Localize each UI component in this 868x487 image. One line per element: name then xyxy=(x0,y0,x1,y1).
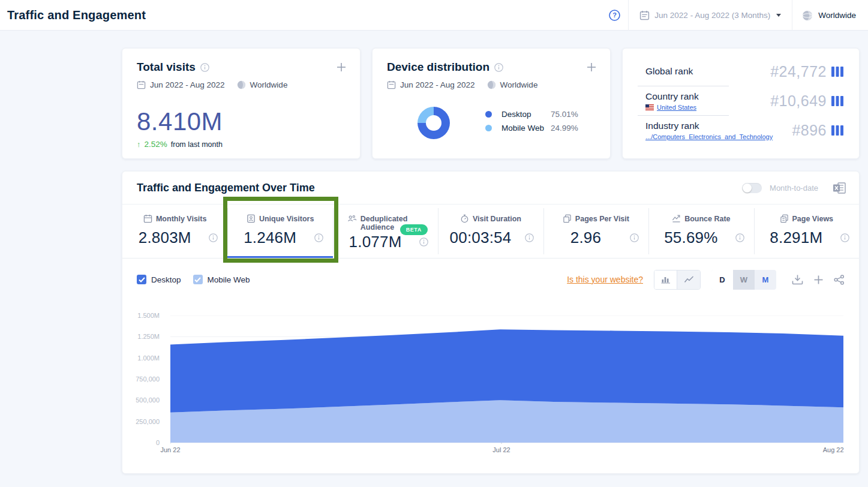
export-excel-button[interactable] xyxy=(833,182,846,194)
country-rank-row: Country rank United States #10,649 xyxy=(623,86,859,115)
country-rank-value: #10,649 xyxy=(770,92,827,110)
country-rank-label: Country rank xyxy=(645,91,699,102)
tab-label: Page Views xyxy=(792,215,834,223)
x-axis-tick-label: Jul 22 xyxy=(492,446,510,453)
bar-chart-button[interactable] xyxy=(654,270,677,289)
global-rank-value: #24,772 xyxy=(770,63,827,80)
granularity-day-button[interactable]: D xyxy=(711,270,733,290)
tab-unique-visitors[interactable]: Unique Visitors 1.246M xyxy=(227,205,332,258)
globe-icon xyxy=(487,80,496,89)
y-axis-tick-label: 750,000 xyxy=(122,375,160,383)
granularity-switcher: D W M xyxy=(711,270,776,290)
info-icon[interactable] xyxy=(494,63,503,72)
over-time-header: Traffic and Engagement Over Time Month-t… xyxy=(122,172,859,205)
plus-icon xyxy=(336,62,347,73)
line-chart-button[interactable] xyxy=(677,270,700,289)
rank-bars-icon xyxy=(831,96,843,106)
globe-icon xyxy=(237,80,246,89)
is-this-your-website-link[interactable]: Is this your website? xyxy=(567,275,643,284)
unique-visitor-icon xyxy=(247,214,256,223)
over-time-title: Traffic and Engagement Over Time xyxy=(137,182,315,194)
info-icon[interactable] xyxy=(314,233,323,242)
top-bar: Traffic and Engagement ? Jun 2022 - Aug … xyxy=(0,0,868,31)
date-range-picker[interactable]: Jun 2022 - Aug 2022 (3 Months) xyxy=(629,0,792,31)
change-percent: 2.52% xyxy=(145,140,167,149)
chart-type-switcher xyxy=(654,270,701,290)
granularity-month-button[interactable]: M xyxy=(755,270,776,290)
tab-value: 8.291M xyxy=(754,229,839,247)
industry-rank-row: Industry rank .../Computers_Electronics_… xyxy=(623,116,859,145)
us-flag-icon xyxy=(645,104,654,110)
y-axis-tick-label: 500,000 xyxy=(122,396,160,404)
tab-deduplicated-audience[interactable]: Deduplicated Audience BETA 1.077M xyxy=(333,205,438,258)
legend-item-desktop: Desktop 75.01% xyxy=(485,109,578,119)
chart-controls: Desktop Mobile Web Is this your website? xyxy=(122,258,859,300)
total-visits-title: Total visits xyxy=(137,61,196,74)
checkbox-label: Mobile Web xyxy=(208,275,250,284)
metric-tabs: Monthly Visits 2.803M xyxy=(122,205,859,258)
desktop-filter-checkbox[interactable]: Desktop xyxy=(137,275,181,284)
country-link[interactable]: United States xyxy=(657,104,696,111)
rank-bars-icon xyxy=(831,67,843,77)
plus-icon xyxy=(586,62,597,73)
info-icon[interactable] xyxy=(735,233,744,242)
mobile-web-filter-checkbox[interactable]: Mobile Web xyxy=(193,275,250,284)
month-to-date-toggle[interactable] xyxy=(742,183,762,193)
y-axis-tick-label: 1.500M xyxy=(122,312,160,319)
tab-bounce-rate[interactable]: Bounce Rate 55.69% xyxy=(648,205,753,258)
info-icon[interactable] xyxy=(200,63,209,72)
info-icon[interactable] xyxy=(840,233,849,242)
calendar-icon xyxy=(387,80,396,89)
rank-bars-icon xyxy=(831,125,843,136)
toggle-knob xyxy=(743,184,752,193)
bounce-icon xyxy=(672,214,681,223)
legend-label: Desktop xyxy=(501,110,551,119)
question-mark-icon: ? xyxy=(609,10,620,21)
granularity-week-button[interactable]: W xyxy=(733,270,755,290)
tab-label: Bounce Rate xyxy=(684,215,730,223)
legend-value: 75.01% xyxy=(551,110,578,119)
stopwatch-icon xyxy=(460,214,469,223)
add-to-dashboard-button[interactable] xyxy=(336,62,347,73)
info-icon[interactable] xyxy=(419,238,428,246)
tab-value: 2.96 xyxy=(543,229,628,247)
info-icon[interactable] xyxy=(209,233,218,242)
tab-visit-duration[interactable]: Visit Duration 00:03:54 xyxy=(438,205,543,258)
traffic-engagement-page: Traffic and Engagement ? Jun 2022 - Aug … xyxy=(0,0,868,487)
traffic-over-time-chart: 1.500M1.250M1.000M750,000500,000250,0000… xyxy=(122,315,860,465)
legend-value: 24.99% xyxy=(551,124,578,133)
global-rank-label: Global rank xyxy=(645,66,693,77)
region-picker[interactable]: Worldwide xyxy=(792,0,868,31)
share-button[interactable] xyxy=(834,275,845,285)
card-region: Worldwide xyxy=(500,80,538,89)
help-button[interactable]: ? xyxy=(600,10,628,21)
checkbox-label: Desktop xyxy=(151,275,181,284)
tab-value: 00:03:54 xyxy=(438,229,522,247)
plus-icon xyxy=(813,275,824,285)
stacked-area-chart[interactable] xyxy=(170,315,843,444)
checkbox-checked-icon xyxy=(137,275,146,284)
pageviews-icon xyxy=(780,214,789,223)
card-region: Worldwide xyxy=(250,80,288,89)
industry-link[interactable]: .../Computers_Electronics_and_Technology xyxy=(645,133,773,140)
info-icon[interactable] xyxy=(630,233,639,242)
over-time-card: Traffic and Engagement Over Time Month-t… xyxy=(122,171,860,474)
info-icon[interactable] xyxy=(525,233,534,242)
card-date-range: Jun 2022 - Aug 2022 xyxy=(400,80,475,89)
chevron-down-icon xyxy=(776,14,781,17)
pages-icon xyxy=(563,214,572,223)
total-visits-card: Total visits Jun 2022 - Aug 2022 xyxy=(122,48,361,159)
download-button[interactable] xyxy=(792,274,803,285)
tab-value: 1.077M xyxy=(333,233,418,251)
device-distribution-donut xyxy=(418,107,450,139)
up-arrow-icon: ↑ xyxy=(137,140,141,149)
tab-page-views[interactable]: Page Views 8.291M xyxy=(754,205,859,258)
tab-pages-per-visit[interactable]: Pages Per Visit 2.96 xyxy=(543,205,648,258)
tab-monthly-visits[interactable]: Monthly Visits 2.803M xyxy=(122,205,227,258)
add-to-dashboard-button[interactable] xyxy=(586,62,597,73)
region-value: Worldwide xyxy=(818,11,856,20)
tab-label: Visit Duration xyxy=(473,215,521,223)
desktop-area[interactable] xyxy=(170,329,843,413)
add-to-dashboard-button[interactable] xyxy=(813,275,824,285)
tab-value: 2.803M xyxy=(122,229,207,247)
